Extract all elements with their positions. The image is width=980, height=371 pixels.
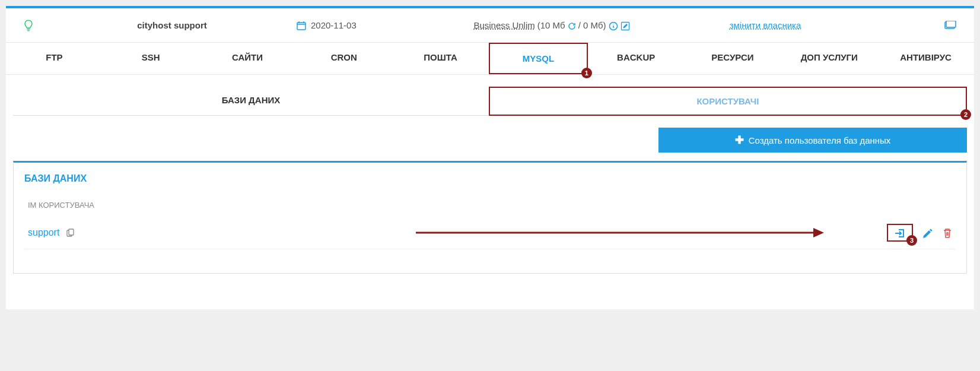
content-area: БАЗИ ДАНИХ КОРИСТУВАЧІ 2 ✚ Создать польз…: [6, 75, 974, 309]
copy-icon[interactable]: [65, 227, 75, 238]
tab-mysql-label: MYSQL: [523, 53, 554, 64]
main-nav: FTP SSH САЙТИ CRON ПОШТА MYSQL 1 BACKUP …: [6, 43, 974, 75]
pencil-icon[interactable]: [922, 227, 933, 239]
tab-antivirus[interactable]: АНТИВІРУС: [877, 43, 974, 74]
subtab-users[interactable]: КОРИСТУВАЧІ 2: [489, 87, 967, 116]
tab-extras[interactable]: ДОП УСЛУГИ: [781, 43, 877, 74]
info-icon[interactable]: [609, 20, 618, 31]
plan-usage-suffix: / 0 Мб): [578, 20, 606, 30]
create-user-button[interactable]: ✚ Создать пользователя баз данных: [658, 128, 967, 153]
annotation-arrow: [416, 232, 813, 234]
tab-mysql[interactable]: MYSQL 1: [489, 43, 588, 74]
date-value: 2020-11-03: [311, 20, 357, 30]
subtab-databases[interactable]: БАЗИ ДАНИХ: [13, 87, 489, 116]
column-username-header: ІМ КОРИСТУВАЧА: [24, 201, 956, 210]
plan-usage-prefix: (10 Мб: [537, 20, 565, 30]
refresh-icon[interactable]: [568, 20, 576, 30]
username-cell: support: [28, 227, 75, 238]
section-title: БАЗИ ДАНИХ: [24, 173, 956, 184]
svg-rect-6: [69, 229, 74, 235]
tab-mail[interactable]: ПОШТА: [392, 43, 489, 74]
svg-rect-4: [946, 21, 956, 27]
account-name: cityhost support: [47, 20, 297, 30]
login-button[interactable]: 3: [887, 224, 913, 242]
create-user-label: Создать пользователя баз данных: [749, 135, 891, 145]
bulb-icon[interactable]: [24, 19, 47, 31]
header-bar: cityhost support 2020-11-03 Business Unl…: [6, 8, 974, 43]
calendar-icon: [297, 20, 306, 31]
tab-ftp[interactable]: FTP: [6, 43, 103, 74]
username-value: support: [28, 227, 59, 238]
card-icon[interactable]: [944, 19, 956, 31]
table-row: support 3: [24, 217, 956, 249]
subtabs: БАЗИ ДАНИХ КОРИСТУВАЧІ 2: [13, 87, 967, 116]
plan-name-link[interactable]: Business Unlim: [473, 20, 534, 30]
svg-rect-0: [297, 23, 306, 30]
subtab-users-label: КОРИСТУВАЧІ: [696, 96, 759, 106]
plus-icon: ✚: [735, 134, 744, 147]
arrow-head-icon: [813, 228, 824, 237]
row-actions: 3: [887, 224, 952, 242]
tab-cron[interactable]: CRON: [295, 43, 392, 74]
annotation-badge-2: 2: [960, 109, 971, 120]
tab-ssh[interactable]: SSH: [103, 43, 199, 74]
expiry-date: 2020-11-03: [297, 20, 427, 31]
tab-resources[interactable]: РЕСУРСИ: [685, 43, 781, 74]
databases-section: БАЗИ ДАНИХ ІМ КОРИСТУВАЧА support 3: [13, 161, 967, 274]
tab-sites[interactable]: САЙТИ: [199, 43, 296, 74]
edit-plan-icon[interactable]: [621, 20, 630, 31]
annotation-badge-3: 3: [906, 235, 917, 246]
trash-icon[interactable]: [943, 227, 952, 239]
tab-backup[interactable]: BACKUP: [588, 43, 685, 74]
change-owner-link[interactable]: змінити власника: [676, 20, 854, 30]
plan-info: Business Unlim (10 Мб / 0 Мб): [427, 20, 676, 31]
